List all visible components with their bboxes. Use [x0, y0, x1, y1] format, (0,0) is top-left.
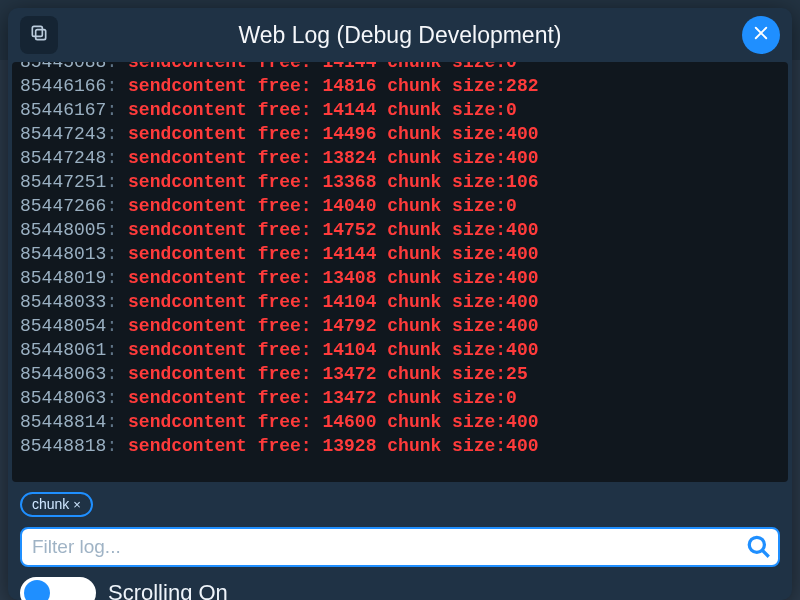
scrolling-toggle[interactable] [20, 577, 96, 600]
svg-rect-1 [32, 26, 42, 36]
log-message: sendcontent free: 14144 chunk size:0 [128, 100, 517, 120]
log-message: sendcontent free: 14040 chunk size:0 [128, 196, 517, 216]
log-message: sendcontent free: 14496 chunk size:400 [128, 124, 538, 144]
log-message: sendcontent free: 13472 chunk size:0 [128, 388, 517, 408]
log-timestamp: 85448063 [20, 364, 106, 384]
log-timestamp: 85447251 [20, 172, 106, 192]
log-line: 85448033: sendcontent free: 14104 chunk … [20, 290, 780, 314]
filter-input-wrap [20, 527, 780, 567]
log-timestamp: 85447266 [20, 196, 106, 216]
log-line: 85447251: sendcontent free: 13368 chunk … [20, 170, 780, 194]
log-line: 85448818: sendcontent free: 13928 chunk … [20, 434, 780, 458]
weblog-modal: Web Log (Debug Development) 85445088: se… [8, 8, 792, 600]
log-message: sendcontent free: 14104 chunk size:400 [128, 292, 538, 312]
scrolling-label: Scrolling On [108, 580, 228, 600]
log-message: sendcontent free: 13928 chunk size:400 [128, 436, 538, 456]
log-message: sendcontent free: 13408 chunk size:400 [128, 268, 538, 288]
filter-input[interactable] [20, 527, 780, 567]
controls: chunk × Scrolling On [8, 482, 792, 600]
log-timestamp: 85448054 [20, 316, 106, 336]
log-timestamp: 85447243 [20, 124, 106, 144]
log-timestamp: 85448005 [20, 220, 106, 240]
log-message: sendcontent free: 14600 chunk size:400 [128, 412, 538, 432]
log-message: sendcontent free: 14104 chunk size:400 [128, 340, 538, 360]
log-line: 85448814: sendcontent free: 14600 chunk … [20, 410, 780, 434]
log-line: 85445088: sendcontent free: 14144 chunk … [20, 62, 780, 74]
log-message: sendcontent free: 14144 chunk size:0 [128, 62, 517, 72]
log-timestamp: 85448061 [20, 340, 106, 360]
modal-title: Web Log (Debug Development) [238, 22, 561, 49]
log-timestamp: 85446166 [20, 76, 106, 96]
log-timestamp: 85445088 [20, 62, 106, 72]
log-line: 85447248: sendcontent free: 13824 chunk … [20, 146, 780, 170]
log-line: 85447266: sendcontent free: 14040 chunk … [20, 194, 780, 218]
log-timestamp: 85448814 [20, 412, 106, 432]
svg-rect-0 [36, 30, 46, 40]
log-timestamp: 85448019 [20, 268, 106, 288]
log-timestamp: 85447248 [20, 148, 106, 168]
log-timestamp: 85448013 [20, 244, 106, 264]
log-line: 85448019: sendcontent free: 13408 chunk … [20, 266, 780, 290]
copy-icon [29, 23, 49, 47]
log-line: 85446167: sendcontent free: 14144 chunk … [20, 98, 780, 122]
filter-chips: chunk × [20, 492, 780, 517]
scrolling-row: Scrolling On [20, 577, 780, 600]
log-line: 85447243: sendcontent free: 14496 chunk … [20, 122, 780, 146]
toggle-knob [24, 580, 50, 600]
log-timestamp: 85448033 [20, 292, 106, 312]
close-button[interactable] [742, 16, 780, 54]
log-output[interactable]: 85445088: sendcontent free: 14144 chunk … [12, 62, 788, 482]
log-message: sendcontent free: 13472 chunk size:25 [128, 364, 528, 384]
log-line: 85448063: sendcontent free: 13472 chunk … [20, 386, 780, 410]
log-message: sendcontent free: 13368 chunk size:106 [128, 172, 538, 192]
log-timestamp: 85448063 [20, 388, 106, 408]
log-message: sendcontent free: 14144 chunk size:400 [128, 244, 538, 264]
remove-chip-icon: × [73, 497, 81, 512]
modal-header: Web Log (Debug Development) [8, 8, 792, 62]
close-icon [752, 24, 770, 46]
filter-chip[interactable]: chunk × [20, 492, 93, 517]
log-line: 85446166: sendcontent free: 14816 chunk … [20, 74, 780, 98]
log-timestamp: 85446167 [20, 100, 106, 120]
log-line: 85448054: sendcontent free: 14792 chunk … [20, 314, 780, 338]
log-line: 85448061: sendcontent free: 14104 chunk … [20, 338, 780, 362]
log-line: 85448013: sendcontent free: 14144 chunk … [20, 242, 780, 266]
copy-button[interactable] [20, 16, 58, 54]
log-message: sendcontent free: 14792 chunk size:400 [128, 316, 538, 336]
log-message: sendcontent free: 13824 chunk size:400 [128, 148, 538, 168]
log-line: 85448063: sendcontent free: 13472 chunk … [20, 362, 780, 386]
log-message: sendcontent free: 14752 chunk size:400 [128, 220, 538, 240]
log-line: 85448005: sendcontent free: 14752 chunk … [20, 218, 780, 242]
log-timestamp: 85448818 [20, 436, 106, 456]
filter-chip-label: chunk [32, 496, 69, 512]
log-message: sendcontent free: 14816 chunk size:282 [128, 76, 538, 96]
